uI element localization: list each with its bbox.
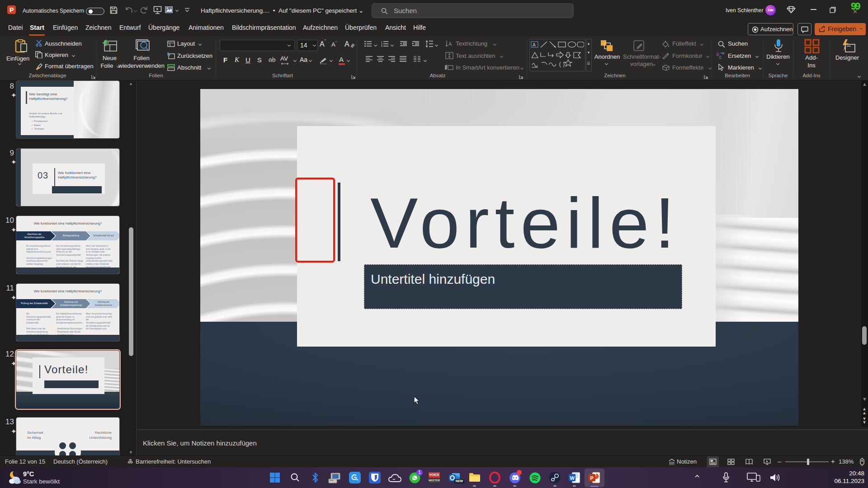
svg-text:A: A [448, 41, 452, 47]
svg-text:A: A [533, 42, 536, 47]
svg-text:c: c [719, 55, 722, 60]
svg-text:3: 3 [381, 45, 382, 47]
svg-text:P: P [590, 475, 594, 481]
svg-text:W: W [570, 475, 575, 481]
